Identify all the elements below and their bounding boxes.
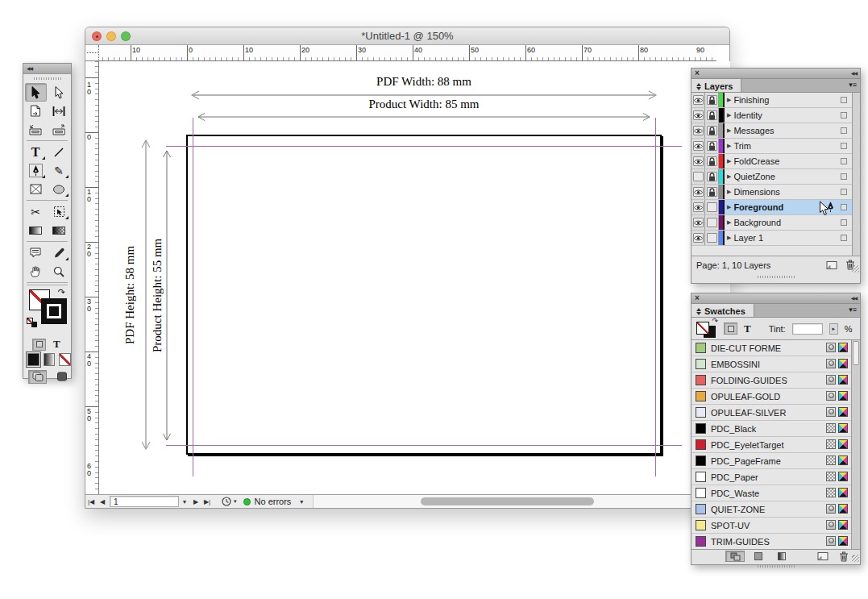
trim-guide-left[interactable]: [193, 118, 193, 476]
layer-visibility-toggle[interactable]: [691, 215, 705, 230]
swatch-row-folding-guides[interactable]: FOLDING-GUIDES: [691, 372, 860, 389]
disclosure-icon[interactable]: ▶: [727, 189, 731, 195]
gradient-feather-tool[interactable]: [48, 221, 70, 239]
panel-resize-grip[interactable]: [852, 265, 859, 272]
layer-name[interactable]: Messages: [733, 126, 836, 135]
swatch-row-pdc-eyelettarget[interactable]: PDC_EyeletTarget: [691, 437, 860, 453]
panel-drag-strip[interactable]: [691, 563, 860, 570]
swatches-scrollbar[interactable]: [851, 340, 860, 549]
disclosure-icon[interactable]: ▶: [727, 127, 731, 134]
layer-row-finishing[interactable]: ▶Finishing: [691, 93, 860, 108]
panel-drag-strip[interactable]: [691, 273, 860, 281]
preflight-status-dropdown[interactable]: ▾: [296, 496, 307, 508]
layer-name[interactable]: QuietZone: [733, 172, 836, 181]
layer-lock-toggle[interactable]: [705, 200, 719, 214]
layer-target-square[interactable]: [841, 143, 847, 149]
layer-name[interactable]: Finishing: [733, 95, 836, 105]
layer-row-trim[interactable]: ▶Trim: [691, 139, 860, 154]
hand-tool[interactable]: [25, 262, 47, 281]
layer-target-square[interactable]: [841, 112, 847, 119]
next-page-button[interactable]: ▶: [190, 496, 201, 508]
layer-name[interactable]: Identity: [733, 110, 836, 120]
layer-target-square[interactable]: [841, 97, 847, 103]
layer-target-square[interactable]: [841, 173, 847, 180]
swatch-row-opuleaf-gold[interactable]: OPULEAF-GOLD: [691, 389, 860, 405]
eyedropper-tool[interactable]: [48, 243, 70, 262]
zoom-tool[interactable]: [48, 262, 70, 281]
layer-lock-toggle[interactable]: [705, 154, 719, 168]
selection-tool[interactable]: [25, 83, 47, 102]
layer-target-square[interactable]: [841, 235, 847, 241]
free-transform-tool[interactable]: [48, 202, 70, 221]
pencil-tool[interactable]: ✎: [48, 161, 70, 180]
formatting-affects-container-button[interactable]: [32, 339, 46, 351]
page-tool[interactable]: [25, 102, 47, 120]
layer-visibility-toggle[interactable]: [691, 93, 705, 107]
fill-stroke-proxy[interactable]: ↷: [696, 319, 717, 339]
disclosure-icon[interactable]: ▶: [727, 158, 731, 164]
horizontal-scrollbar[interactable]: [313, 495, 729, 508]
scissors-tool[interactable]: ✂: [25, 202, 47, 221]
horizontal-ruler[interactable]: 100102030405060708090: [99, 45, 716, 61]
swatch-row-quiet-zone[interactable]: QUIET-ZONE: [691, 501, 860, 518]
rectangle-frame-tool[interactable]: [25, 180, 47, 198]
layer-visibility-toggle[interactable]: [691, 200, 705, 214]
apply-gradient-button[interactable]: [44, 353, 56, 366]
window-titlebar[interactable]: *Untitled-1 @ 150%: [85, 27, 729, 45]
layer-row-quietzone[interactable]: ▶QuietZone: [691, 169, 860, 185]
collapse-icon[interactable]: ◀◀: [851, 293, 857, 303]
first-page-button[interactable]: |◀: [85, 496, 97, 508]
tint-spinner[interactable]: ▸: [829, 323, 838, 335]
gradient-swatch-tool[interactable]: [25, 221, 47, 239]
formatting-affects-text-button[interactable]: T: [53, 338, 60, 351]
panel-menu-icon[interactable]: ▾≡: [849, 81, 857, 89]
apply-color-button[interactable]: [27, 353, 39, 366]
panel-menu-icon[interactable]: ▾≡: [849, 306, 857, 314]
vertical-ruler[interactable]: 1 001 02 03 04 05 06 0: [85, 61, 99, 496]
collapse-icon[interactable]: ◀◀: [27, 64, 32, 73]
swatch-row-embossini[interactable]: EMBOSSINI: [691, 356, 860, 372]
direct-selection-tool[interactable]: [48, 83, 70, 102]
page-number-field[interactable]: 1: [110, 496, 179, 507]
layer-name[interactable]: FoldCrease: [733, 156, 836, 166]
disclosure-icon[interactable]: ▶: [727, 97, 731, 103]
new-swatch-button[interactable]: [817, 551, 829, 561]
layer-visibility-toggle[interactable]: [691, 139, 705, 153]
layer-row-foreground[interactable]: ▶Foreground: [691, 200, 860, 215]
collapse-icon[interactable]: ◀◀: [851, 69, 857, 78]
formatting-affects-container-button[interactable]: [724, 322, 737, 335]
disclosure-icon[interactable]: ▶: [727, 235, 731, 241]
disclosure-icon[interactable]: ▶: [727, 173, 731, 180]
layers-panel-header[interactable]: × ◀◀: [691, 69, 860, 79]
layer-row-dimensions[interactable]: ▶Dimensions: [691, 185, 860, 200]
layer-name[interactable]: Trim: [733, 141, 836, 151]
swap-fill-stroke-icon[interactable]: ↷: [712, 317, 718, 325]
page-menu-button[interactable]: ▾: [179, 496, 190, 508]
new-layer-button[interactable]: [826, 260, 837, 270]
show-color-swatches-button[interactable]: [749, 551, 768, 562]
swatch-row-opuleaf-silver[interactable]: OPULEAF-SILVER: [691, 405, 860, 421]
delete-swatch-button[interactable]: [839, 551, 849, 562]
layer-visibility-toggle[interactable]: [691, 231, 705, 245]
layer-lock-toggle[interactable]: [705, 123, 719, 138]
layer-lock-toggle[interactable]: [705, 231, 719, 245]
layer-lock-toggle[interactable]: [705, 169, 719, 184]
canvas[interactable]: PDF Width: 88 mm Product Width: 85 mm PD…: [99, 61, 730, 496]
layer-visibility-toggle[interactable]: [691, 108, 705, 123]
layer-visibility-toggle[interactable]: [691, 169, 705, 184]
layer-target-square[interactable]: [841, 219, 847, 226]
tools-palette-grip[interactable]: [23, 74, 71, 83]
layer-row-identity[interactable]: ▶Identity: [691, 108, 860, 123]
swatch-row-pdc-pageframe[interactable]: PDC_PageFrame: [691, 453, 860, 469]
stroke-proxy[interactable]: [41, 298, 67, 324]
swatch-row-trim-guides[interactable]: TRIM-GUIDES: [691, 534, 860, 550]
layer-row-layer-1[interactable]: ▶Layer 1: [691, 231, 860, 246]
content-placer-tool[interactable]: [48, 120, 70, 139]
disclosure-icon[interactable]: ▶: [727, 143, 731, 149]
apply-none-button[interactable]: [59, 353, 71, 366]
trim-guide-right[interactable]: [655, 118, 656, 476]
tools-palette-header[interactable]: ◀◀: [23, 64, 71, 74]
disclosure-icon[interactable]: ▶: [727, 219, 731, 226]
pen-tool[interactable]: [25, 161, 47, 180]
layer-name[interactable]: Layer 1: [733, 233, 836, 243]
